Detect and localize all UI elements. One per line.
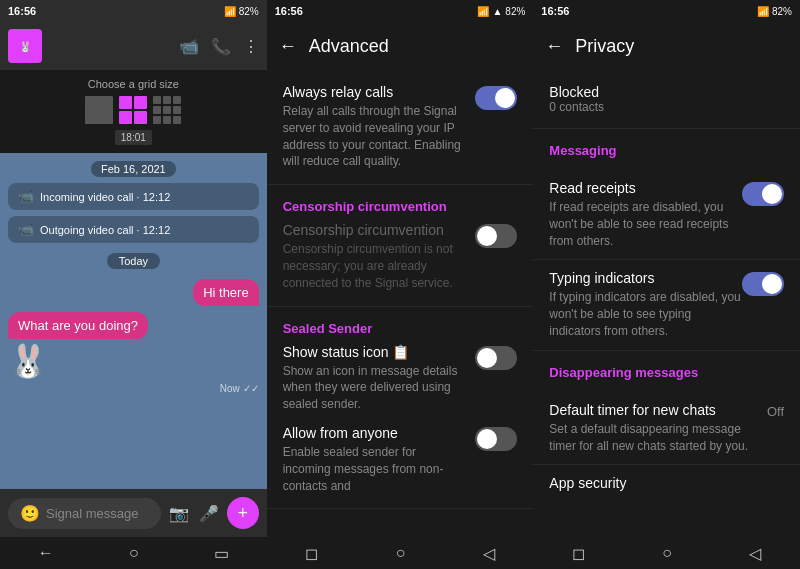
mic-icon[interactable]: 🎤 xyxy=(199,504,219,523)
sealed-sender-section: Sealed Sender Show status icon 📋 Show an… xyxy=(267,307,534,510)
nav-bar-chat: ← ○ ▭ xyxy=(0,537,267,569)
status-icons-privacy: 📶 82% xyxy=(757,6,792,17)
nav-bar-privacy: ◻ ○ ◁ xyxy=(533,537,800,569)
home-nav-advanced[interactable]: ○ xyxy=(396,544,406,562)
privacy-content: Blocked 0 contacts Messaging Read receip… xyxy=(533,70,800,537)
battery-icon: 📶 xyxy=(224,6,236,17)
read-receipts-toggle[interactable] xyxy=(742,182,784,206)
advanced-back-button[interactable]: ← xyxy=(279,36,297,57)
signal-icon: 📶 xyxy=(477,6,489,17)
emoji-button[interactable]: 🙂 xyxy=(20,504,40,523)
battery-advanced: 82% xyxy=(505,6,525,17)
message-input-wrapper: 🙂 Signal message xyxy=(8,498,161,529)
recent-nav-chat[interactable]: ▭ xyxy=(214,544,229,563)
message-hi-there: Hi there xyxy=(193,279,259,306)
advanced-title: Advanced xyxy=(309,36,389,57)
status-time-privacy: 16:56 xyxy=(541,5,569,17)
privacy-back-button[interactable]: ← xyxy=(545,36,563,57)
allow-anyone-name: Allow from anyone xyxy=(283,425,468,441)
signal-message-placeholder[interactable]: Signal message xyxy=(46,506,149,521)
avatar-icon: 🐰 xyxy=(19,41,31,52)
app-security-name: App security xyxy=(549,475,784,491)
today-separator: Today xyxy=(107,253,160,269)
home-nav-chat[interactable]: ○ xyxy=(129,544,139,562)
camera-icon[interactable]: 📷 xyxy=(169,504,189,523)
disappearing-heading: Disappearing messages xyxy=(533,351,800,384)
back-nav-chat[interactable]: ← xyxy=(38,544,54,562)
advanced-header: ← Advanced xyxy=(267,22,534,70)
always-relay-name: Always relay calls xyxy=(283,84,468,100)
now-text: Now xyxy=(220,383,240,394)
app-security-row[interactable]: App security xyxy=(533,465,800,501)
back-nav-privacy[interactable]: ◻ xyxy=(572,544,585,563)
more-icon[interactable]: ⋮ xyxy=(243,37,259,56)
grid-chooser: Choose a grid size 18:01 xyxy=(0,70,267,153)
advanced-content: Always relay calls Relay all calls throu… xyxy=(267,70,534,537)
always-relay-section: Always relay calls Relay all calls throu… xyxy=(267,70,534,185)
advanced-panel: 16:56 📶 ▲ 82% ← Advanced Always relay ca… xyxy=(267,0,534,569)
default-timer-row[interactable]: Default timer for new chats Set a defaul… xyxy=(533,392,800,466)
battery-percent: 82% xyxy=(239,6,259,17)
grid-option-9[interactable] xyxy=(153,96,181,124)
show-status-toggle[interactable] xyxy=(475,346,517,370)
status-bar-advanced: 16:56 📶 ▲ 82% xyxy=(267,0,534,22)
back-nav-advanced[interactable]: ◻ xyxy=(305,544,318,563)
default-timer-desc: Set a default disappearing message timer… xyxy=(549,421,767,455)
default-timer-name: Default timer for new chats xyxy=(549,402,767,418)
default-timer-value: Off xyxy=(767,404,784,419)
incoming-call-icon: 📹 xyxy=(18,189,34,204)
grid-options xyxy=(85,96,181,124)
battery-privacy: 82% xyxy=(772,6,792,17)
recent-nav-advanced[interactable]: ◁ xyxy=(483,544,495,563)
outgoing-call-icon: 📹 xyxy=(18,222,34,237)
nav-bar-advanced: ◻ ○ ◁ xyxy=(267,537,534,569)
grid-option-4[interactable] xyxy=(119,96,147,124)
blocked-title: Blocked xyxy=(549,84,784,100)
input-actions: 📷 🎤 xyxy=(169,504,219,523)
censorship-section: Censorship circumvention Censorship circ… xyxy=(267,185,534,306)
outgoing-call-bubble: 📹 Outgoing video call · 12:12 xyxy=(8,216,259,243)
typing-indicators-row: Typing indicators If typing indicators a… xyxy=(533,260,800,350)
grid-option-1[interactable] xyxy=(85,96,113,124)
add-attachment-button[interactable]: + xyxy=(227,497,259,529)
privacy-title: Privacy xyxy=(575,36,634,57)
status-bar-privacy: 16:56 📶 82% xyxy=(533,0,800,22)
home-nav-privacy[interactable]: ○ xyxy=(662,544,672,562)
censorship-heading: Censorship circumvention xyxy=(283,199,518,214)
allow-anyone-desc: Enable sealed sender for incoming messag… xyxy=(283,444,468,494)
censorship-name: Censorship circumvention xyxy=(283,222,468,238)
now-label: Now ✓✓ xyxy=(220,383,259,394)
show-status-icon-name: Show status icon 📋 xyxy=(283,344,468,360)
chat-panel: 16:56 📶 82% 🐰 📹 📞 ⋮ Choose a grid size xyxy=(0,0,267,569)
phone-icon[interactable]: 📞 xyxy=(211,37,231,56)
read-receipts-row: Read receipts If read receipts are disab… xyxy=(533,170,800,260)
show-status-icon-desc: Show an icon in message details when the… xyxy=(283,363,468,413)
typing-indicators-name: Typing indicators xyxy=(549,270,742,286)
incoming-call-label: Incoming video call · 12:12 xyxy=(40,191,170,203)
status-icons-advanced: 📶 ▲ 82% xyxy=(477,6,525,17)
status-time-chat: 16:56 xyxy=(8,5,36,17)
date-separator: Feb 16, 2021 xyxy=(91,161,176,177)
wifi-icon: ▲ xyxy=(492,6,502,17)
typing-indicators-desc: If typing indicators are disabled, you w… xyxy=(549,289,742,339)
avatar: 🐰 xyxy=(8,29,42,63)
chat-header: 🐰 📹 📞 ⋮ xyxy=(0,22,267,70)
censorship-toggle[interactable] xyxy=(475,224,517,248)
checkmark-icon: ✓✓ xyxy=(243,383,259,394)
status-time-advanced: 16:56 xyxy=(275,5,303,17)
read-receipts-desc: If read receipts are disabled, you won't… xyxy=(549,199,742,249)
blocked-section[interactable]: Blocked 0 contacts xyxy=(533,70,800,129)
video-call-icon[interactable]: 📹 xyxy=(179,37,199,56)
censorship-desc: Censorship circumvention is not necessar… xyxy=(283,241,468,291)
always-relay-toggle[interactable] xyxy=(475,86,517,110)
typing-indicators-toggle[interactable] xyxy=(742,272,784,296)
incoming-call-bubble: 📹 Incoming video call · 12:12 xyxy=(8,183,259,210)
outgoing-call-label: Outgoing video call · 12:12 xyxy=(40,224,170,236)
grid-label: Choose a grid size xyxy=(88,78,179,90)
allow-anyone-toggle[interactable] xyxy=(475,427,517,451)
signal-icon-privacy: 📶 xyxy=(757,6,769,17)
privacy-header: ← Privacy xyxy=(533,22,800,70)
emoji-message: 🐰 xyxy=(8,345,48,377)
chat-input-bar: 🙂 Signal message 📷 🎤 + xyxy=(0,489,267,537)
recent-nav-privacy[interactable]: ◁ xyxy=(749,544,761,563)
